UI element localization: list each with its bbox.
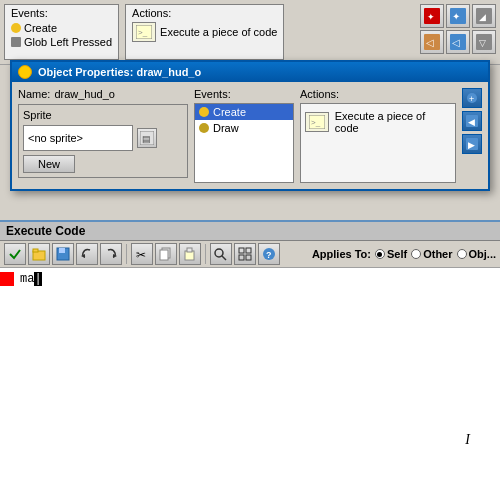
toolbar-grid-btn[interactable] — [234, 243, 256, 265]
toolbar-copy-btn[interactable] — [155, 243, 177, 265]
code-cursor: | — [34, 272, 41, 286]
radio-self-circle — [375, 249, 385, 259]
svg-rect-39 — [239, 255, 244, 260]
svg-text:>_: >_ — [311, 118, 321, 127]
radio-other-circle — [411, 249, 421, 259]
radio-other-label: Other — [423, 248, 452, 260]
sprite-group: Sprite <no sprite> ▤ New — [18, 104, 188, 178]
sprite-preview: <no sprite> — [23, 125, 133, 151]
svg-rect-38 — [246, 248, 251, 253]
top-actions-label: Actions: — [132, 7, 277, 19]
radio-object-circle — [457, 249, 467, 259]
dialog-side-btn-2[interactable]: ◀ — [462, 111, 482, 131]
radio-object[interactable]: Obj... — [457, 248, 497, 260]
toolbar-search-btn[interactable] — [210, 243, 232, 265]
dialog-side-btn-3[interactable]: ▶ — [462, 134, 482, 154]
radio-object-label: Obj... — [469, 248, 497, 260]
toolbar-btn-4[interactable]: ◁ — [420, 30, 444, 54]
object-properties-dialog: Object Properties: draw_hud_o Name: draw… — [10, 60, 490, 191]
sprite-value: <no sprite> — [28, 132, 83, 144]
toolbar-open-btn[interactable] — [28, 243, 50, 265]
applies-to-row: Applies To: Self Other Obj... — [312, 248, 496, 260]
toolbar-help-btn[interactable]: ? — [258, 243, 280, 265]
toolbar-row-2: ◁ ◁ ▽ — [420, 30, 496, 54]
new-sprite-button[interactable]: New — [23, 155, 75, 173]
svg-text:◁: ◁ — [426, 37, 434, 48]
toolbar-cut-btn[interactable]: ✂ — [131, 243, 153, 265]
right-toolbar: ✦ ✦ ◢ ◁ ◁ ▽ — [420, 4, 496, 54]
dialog-action-icon: >_ — [305, 112, 329, 132]
svg-text:✦: ✦ — [452, 11, 460, 22]
name-label: Name: — [18, 88, 50, 100]
toolbar-save-btn[interactable] — [52, 243, 74, 265]
svg-text:◀: ◀ — [468, 117, 475, 127]
toolbar-undo-btn[interactable] — [76, 243, 98, 265]
code-content: ma| — [20, 272, 42, 286]
toolbar-btn-2[interactable]: ✦ — [446, 4, 470, 28]
svg-text:✦: ✦ — [427, 12, 435, 22]
top-event-create-label: Create — [24, 22, 57, 34]
svg-text:>_: >_ — [138, 28, 148, 37]
dialog-actions-header: Actions: — [300, 88, 456, 100]
execute-code-section: Execute Code ✂ — [0, 220, 500, 500]
dialog-events-list: Create Draw — [194, 103, 294, 183]
toolbar-redo-btn[interactable] — [100, 243, 122, 265]
dialog-action-execute[interactable]: >_ Execute a piece of code — [305, 108, 451, 136]
svg-text:◁: ◁ — [452, 37, 460, 48]
dialog-titlebar: Object Properties: draw_hud_o — [12, 62, 488, 82]
code-editor[interactable]: ma| I — [0, 268, 500, 500]
dialog-action-label: Execute a piece of code — [335, 110, 451, 134]
glob-icon — [11, 37, 21, 47]
svg-rect-40 — [246, 255, 251, 260]
execute-code-titlebar: Execute Code — [0, 222, 500, 241]
toolbar-btn-5[interactable]: ◁ — [446, 30, 470, 54]
svg-text:?: ? — [266, 250, 272, 260]
dialog-events-header: Events: — [194, 88, 294, 100]
toolbar-btn-1[interactable]: ✦ — [420, 4, 444, 28]
dialog-event-create[interactable]: Create — [195, 104, 293, 120]
toolbar-row-1: ✦ ✦ ◢ — [420, 4, 496, 28]
event-draw-label: Draw — [213, 122, 239, 134]
svg-rect-25 — [33, 249, 38, 252]
svg-rect-43 — [0, 272, 14, 286]
dialog-side-btn-1[interactable]: + — [462, 88, 482, 108]
svg-line-36 — [222, 256, 226, 260]
execute-code-title: Execute Code — [6, 224, 85, 238]
top-event-create[interactable]: Create — [11, 21, 112, 35]
name-value: draw_hud_o — [54, 88, 115, 100]
dialog-icon — [18, 65, 32, 79]
event-create-label: Create — [213, 106, 246, 118]
radio-self-label: Self — [387, 248, 407, 260]
top-events-panel: Events: Create Glob Left Pressed — [4, 4, 119, 60]
svg-rect-34 — [187, 248, 192, 252]
top-event-glob[interactable]: Glob Left Pressed — [11, 35, 112, 49]
svg-text:▽: ▽ — [479, 38, 486, 48]
toolbar-btn-3[interactable]: ◢ — [472, 4, 496, 28]
toolbar-paste-btn[interactable] — [179, 243, 201, 265]
dialog-right-buttons: + ◀ ▶ — [462, 88, 482, 183]
top-events-label: Events: — [11, 7, 112, 19]
name-row: Name: draw_hud_o — [18, 88, 188, 100]
radio-self[interactable]: Self — [375, 248, 407, 260]
top-event-glob-label: Glob Left Pressed — [24, 36, 112, 48]
toolbar-check-btn[interactable] — [4, 243, 26, 265]
top-action-execute[interactable]: >_ Execute a piece of code — [132, 21, 277, 43]
dialog-body: Name: draw_hud_o Sprite <no sprite> ▤ — [12, 82, 488, 189]
sprite-label: Sprite — [23, 109, 183, 121]
error-marker — [0, 272, 14, 286]
toolbar-btn-6[interactable]: ▽ — [472, 30, 496, 54]
code-text: ma — [20, 272, 34, 286]
dialog-events-column: Events: Create Draw — [194, 88, 294, 183]
i-cursor-indicator: I — [465, 432, 470, 448]
dialog-event-draw[interactable]: Draw — [195, 120, 293, 136]
applies-to-label: Applies To: — [312, 248, 371, 260]
top-background-area: Events: Create Glob Left Pressed Actions… — [0, 0, 500, 65]
sprite-select-button[interactable]: ▤ — [137, 128, 157, 148]
create-icon — [11, 23, 21, 33]
radio-other[interactable]: Other — [411, 248, 452, 260]
svg-point-35 — [215, 249, 223, 257]
svg-text:▤: ▤ — [142, 134, 151, 144]
svg-rect-32 — [160, 250, 168, 260]
svg-rect-37 — [239, 248, 244, 253]
dialog-actions-column: Actions: >_ Execute a piece of code — [300, 88, 456, 183]
